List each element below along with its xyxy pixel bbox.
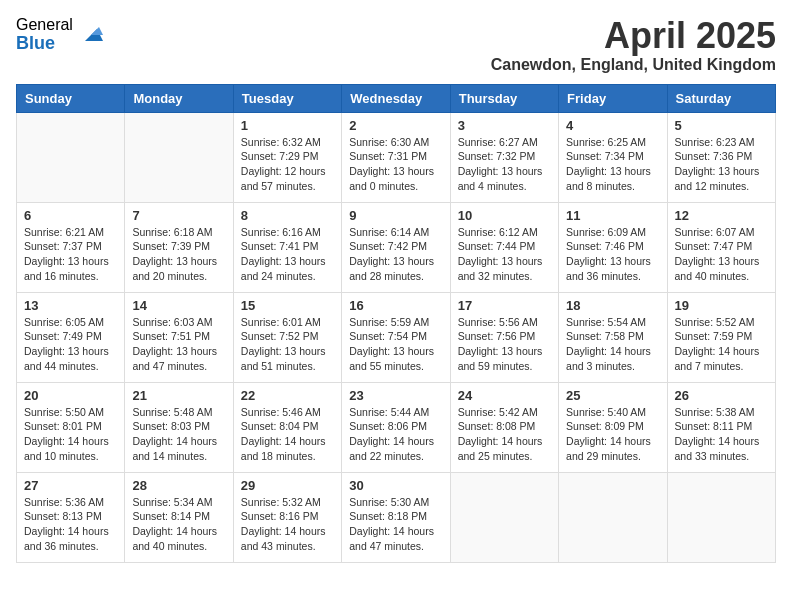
- calendar-cell: 15Sunrise: 6:01 AM Sunset: 7:52 PM Dayli…: [233, 292, 341, 382]
- calendar-week-3: 13Sunrise: 6:05 AM Sunset: 7:49 PM Dayli…: [17, 292, 776, 382]
- calendar-cell: 18Sunrise: 5:54 AM Sunset: 7:58 PM Dayli…: [559, 292, 667, 382]
- day-number: 14: [132, 298, 225, 313]
- calendar-cell: 12Sunrise: 6:07 AM Sunset: 7:47 PM Dayli…: [667, 202, 775, 292]
- day-number: 23: [349, 388, 442, 403]
- calendar-cell: 16Sunrise: 5:59 AM Sunset: 7:54 PM Dayli…: [342, 292, 450, 382]
- title-section: April 2025 Canewdon, England, United Kin…: [491, 16, 776, 74]
- day-number: 4: [566, 118, 659, 133]
- calendar-week-5: 27Sunrise: 5:36 AM Sunset: 8:13 PM Dayli…: [17, 472, 776, 562]
- day-info: Sunrise: 5:36 AM Sunset: 8:13 PM Dayligh…: [24, 495, 117, 554]
- day-of-week-tuesday: Tuesday: [233, 84, 341, 112]
- day-info: Sunrise: 6:30 AM Sunset: 7:31 PM Dayligh…: [349, 135, 442, 194]
- calendar-cell: 26Sunrise: 5:38 AM Sunset: 8:11 PM Dayli…: [667, 382, 775, 472]
- day-number: 21: [132, 388, 225, 403]
- day-number: 10: [458, 208, 551, 223]
- logo-icon: [77, 21, 105, 49]
- calendar-cell: 20Sunrise: 5:50 AM Sunset: 8:01 PM Dayli…: [17, 382, 125, 472]
- day-info: Sunrise: 6:21 AM Sunset: 7:37 PM Dayligh…: [24, 225, 117, 284]
- calendar-cell: 28Sunrise: 5:34 AM Sunset: 8:14 PM Dayli…: [125, 472, 233, 562]
- day-info: Sunrise: 5:52 AM Sunset: 7:59 PM Dayligh…: [675, 315, 768, 374]
- calendar-cell: [559, 472, 667, 562]
- day-info: Sunrise: 6:03 AM Sunset: 7:51 PM Dayligh…: [132, 315, 225, 374]
- calendar-cell: 22Sunrise: 5:46 AM Sunset: 8:04 PM Dayli…: [233, 382, 341, 472]
- day-info: Sunrise: 5:56 AM Sunset: 7:56 PM Dayligh…: [458, 315, 551, 374]
- day-number: 17: [458, 298, 551, 313]
- day-number: 25: [566, 388, 659, 403]
- calendar-cell: 13Sunrise: 6:05 AM Sunset: 7:49 PM Dayli…: [17, 292, 125, 382]
- day-number: 27: [24, 478, 117, 493]
- calendar-cell: 17Sunrise: 5:56 AM Sunset: 7:56 PM Dayli…: [450, 292, 558, 382]
- calendar-cell: 24Sunrise: 5:42 AM Sunset: 8:08 PM Dayli…: [450, 382, 558, 472]
- day-info: Sunrise: 6:32 AM Sunset: 7:29 PM Dayligh…: [241, 135, 334, 194]
- calendar-cell: [450, 472, 558, 562]
- calendar-cell: 11Sunrise: 6:09 AM Sunset: 7:46 PM Dayli…: [559, 202, 667, 292]
- day-info: Sunrise: 5:32 AM Sunset: 8:16 PM Dayligh…: [241, 495, 334, 554]
- day-number: 28: [132, 478, 225, 493]
- day-of-week-monday: Monday: [125, 84, 233, 112]
- day-info: Sunrise: 5:30 AM Sunset: 8:18 PM Dayligh…: [349, 495, 442, 554]
- day-info: Sunrise: 6:27 AM Sunset: 7:32 PM Dayligh…: [458, 135, 551, 194]
- calendar-cell: 1Sunrise: 6:32 AM Sunset: 7:29 PM Daylig…: [233, 112, 341, 202]
- calendar-cell: 30Sunrise: 5:30 AM Sunset: 8:18 PM Dayli…: [342, 472, 450, 562]
- day-info: Sunrise: 6:16 AM Sunset: 7:41 PM Dayligh…: [241, 225, 334, 284]
- day-number: 26: [675, 388, 768, 403]
- day-info: Sunrise: 6:07 AM Sunset: 7:47 PM Dayligh…: [675, 225, 768, 284]
- calendar-cell: 6Sunrise: 6:21 AM Sunset: 7:37 PM Daylig…: [17, 202, 125, 292]
- day-info: Sunrise: 6:09 AM Sunset: 7:46 PM Dayligh…: [566, 225, 659, 284]
- day-info: Sunrise: 6:12 AM Sunset: 7:44 PM Dayligh…: [458, 225, 551, 284]
- day-of-week-friday: Friday: [559, 84, 667, 112]
- calendar-header-row: SundayMondayTuesdayWednesdayThursdayFrid…: [17, 84, 776, 112]
- day-number: 20: [24, 388, 117, 403]
- calendar-cell: 10Sunrise: 6:12 AM Sunset: 7:44 PM Dayli…: [450, 202, 558, 292]
- calendar-cell: 23Sunrise: 5:44 AM Sunset: 8:06 PM Dayli…: [342, 382, 450, 472]
- calendar-cell: 5Sunrise: 6:23 AM Sunset: 7:36 PM Daylig…: [667, 112, 775, 202]
- day-number: 13: [24, 298, 117, 313]
- day-number: 18: [566, 298, 659, 313]
- day-info: Sunrise: 6:18 AM Sunset: 7:39 PM Dayligh…: [132, 225, 225, 284]
- calendar-cell: [125, 112, 233, 202]
- calendar-cell: 2Sunrise: 6:30 AM Sunset: 7:31 PM Daylig…: [342, 112, 450, 202]
- day-number: 3: [458, 118, 551, 133]
- day-info: Sunrise: 5:48 AM Sunset: 8:03 PM Dayligh…: [132, 405, 225, 464]
- day-number: 7: [132, 208, 225, 223]
- day-info: Sunrise: 6:05 AM Sunset: 7:49 PM Dayligh…: [24, 315, 117, 374]
- day-of-week-saturday: Saturday: [667, 84, 775, 112]
- day-info: Sunrise: 5:38 AM Sunset: 8:11 PM Dayligh…: [675, 405, 768, 464]
- calendar-cell: 7Sunrise: 6:18 AM Sunset: 7:39 PM Daylig…: [125, 202, 233, 292]
- day-number: 16: [349, 298, 442, 313]
- day-number: 24: [458, 388, 551, 403]
- logo: General Blue: [16, 16, 105, 53]
- day-of-week-thursday: Thursday: [450, 84, 558, 112]
- day-info: Sunrise: 5:59 AM Sunset: 7:54 PM Dayligh…: [349, 315, 442, 374]
- day-of-week-sunday: Sunday: [17, 84, 125, 112]
- day-number: 12: [675, 208, 768, 223]
- page-header: General Blue April 2025 Canewdon, Englan…: [16, 16, 776, 74]
- day-number: 5: [675, 118, 768, 133]
- day-info: Sunrise: 5:54 AM Sunset: 7:58 PM Dayligh…: [566, 315, 659, 374]
- calendar-week-2: 6Sunrise: 6:21 AM Sunset: 7:37 PM Daylig…: [17, 202, 776, 292]
- day-info: Sunrise: 5:34 AM Sunset: 8:14 PM Dayligh…: [132, 495, 225, 554]
- calendar-cell: 8Sunrise: 6:16 AM Sunset: 7:41 PM Daylig…: [233, 202, 341, 292]
- day-number: 11: [566, 208, 659, 223]
- day-number: 9: [349, 208, 442, 223]
- calendar-cell: 9Sunrise: 6:14 AM Sunset: 7:42 PM Daylig…: [342, 202, 450, 292]
- calendar-cell: 4Sunrise: 6:25 AM Sunset: 7:34 PM Daylig…: [559, 112, 667, 202]
- calendar-cell: 21Sunrise: 5:48 AM Sunset: 8:03 PM Dayli…: [125, 382, 233, 472]
- day-number: 19: [675, 298, 768, 313]
- day-info: Sunrise: 6:14 AM Sunset: 7:42 PM Dayligh…: [349, 225, 442, 284]
- day-number: 2: [349, 118, 442, 133]
- calendar-table: SundayMondayTuesdayWednesdayThursdayFrid…: [16, 84, 776, 563]
- day-number: 8: [241, 208, 334, 223]
- calendar-week-4: 20Sunrise: 5:50 AM Sunset: 8:01 PM Dayli…: [17, 382, 776, 472]
- calendar-cell: 27Sunrise: 5:36 AM Sunset: 8:13 PM Dayli…: [17, 472, 125, 562]
- day-info: Sunrise: 6:01 AM Sunset: 7:52 PM Dayligh…: [241, 315, 334, 374]
- location: Canewdon, England, United Kingdom: [491, 56, 776, 74]
- calendar-cell: 19Sunrise: 5:52 AM Sunset: 7:59 PM Dayli…: [667, 292, 775, 382]
- calendar-cell: 29Sunrise: 5:32 AM Sunset: 8:16 PM Dayli…: [233, 472, 341, 562]
- day-info: Sunrise: 5:46 AM Sunset: 8:04 PM Dayligh…: [241, 405, 334, 464]
- logo-blue: Blue: [16, 34, 73, 54]
- day-info: Sunrise: 5:42 AM Sunset: 8:08 PM Dayligh…: [458, 405, 551, 464]
- day-info: Sunrise: 6:23 AM Sunset: 7:36 PM Dayligh…: [675, 135, 768, 194]
- day-info: Sunrise: 5:44 AM Sunset: 8:06 PM Dayligh…: [349, 405, 442, 464]
- svg-marker-1: [91, 27, 103, 35]
